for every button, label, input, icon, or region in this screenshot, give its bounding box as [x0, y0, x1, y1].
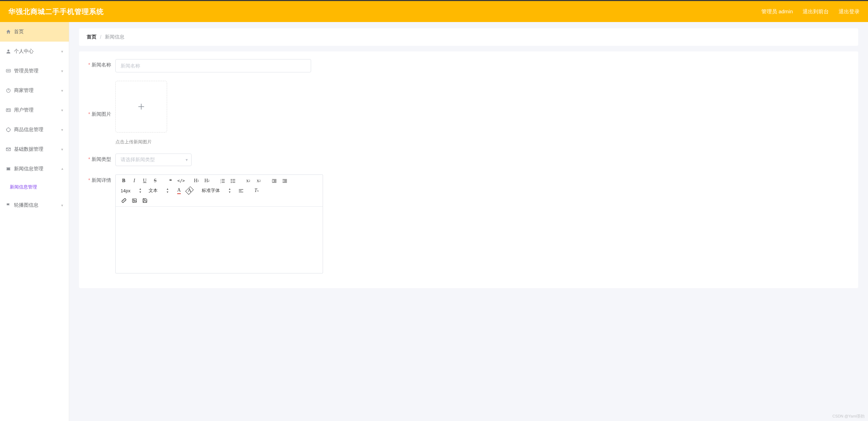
font-color-button[interactable]: A	[174, 186, 184, 195]
chat-icon	[6, 68, 11, 74]
sidebar-item-carousel[interactable]: 轮播图信息 ▾	[0, 195, 69, 215]
label-news-image: *新闻图片	[85, 108, 115, 117]
sidebar-item-profile[interactable]: 个人中心 ▾	[0, 42, 69, 61]
svg-text:3: 3	[220, 181, 221, 183]
chevron-down-icon: ▾	[61, 147, 63, 152]
heading1-button[interactable]: H1	[191, 176, 202, 185]
to-frontend-link[interactable]: 退出到前台	[803, 8, 829, 15]
sidebar-item-merchant-mgmt[interactable]: 商家管理 ▾	[0, 81, 69, 100]
superscript-button[interactable]: x2	[253, 176, 264, 185]
editor-content-area[interactable]	[116, 207, 323, 273]
align-button[interactable]	[236, 186, 246, 195]
target-icon	[6, 127, 11, 133]
sidebar-subitem-news-mgmt[interactable]: 新闻信息管理	[0, 179, 69, 195]
breadcrumb-current: 新闻信息	[105, 34, 124, 40]
subscript-button[interactable]: x2	[243, 176, 253, 185]
outdent-button[interactable]	[269, 176, 279, 185]
upload-image-box[interactable]	[115, 81, 167, 133]
breadcrumb-root[interactable]: 首页	[87, 34, 96, 40]
dropdown-icon: ▲▼	[166, 187, 169, 194]
label-news-detail: *新闻详情	[85, 174, 115, 184]
chevron-down-icon: ▾	[61, 128, 63, 132]
mail-icon	[6, 147, 11, 152]
sidebar-item-product-mgmt[interactable]: 商品信息管理 ▾	[0, 120, 69, 140]
font-size-select[interactable]: 14px▲▼	[119, 186, 144, 195]
ticket-icon	[6, 166, 11, 172]
form-row-news-name: *新闻名称	[85, 55, 853, 77]
news-type-select[interactable]: 请选择新闻类型 ▾	[115, 154, 192, 166]
code-block-button[interactable]: </>	[176, 176, 186, 185]
admin-label[interactable]: 管理员 admin	[761, 8, 793, 15]
breadcrumb-separator: /	[100, 34, 101, 40]
heading2-button[interactable]: H2	[202, 176, 212, 185]
italic-button[interactable]: I	[129, 176, 139, 185]
sidebar-item-label: 商品信息管理	[14, 127, 43, 133]
label-news-type: *新闻类型	[85, 154, 115, 163]
sidebar: 首页 个人中心 ▾ 管理员管理 ▾ 商家管理 ▾	[0, 22, 69, 421]
plus-icon	[136, 102, 146, 112]
breadcrumb: 首页 / 新闻信息	[79, 28, 858, 46]
svg-rect-36	[282, 179, 287, 179]
svg-point-8	[7, 109, 8, 110]
svg-rect-28	[232, 180, 235, 181]
logout-link[interactable]: 退出登录	[839, 8, 860, 15]
form-row-news-detail: *新闻详情 B I U S ❝ </> H1 H2	[85, 170, 853, 278]
image-button[interactable]	[129, 196, 139, 205]
svg-rect-39	[284, 181, 287, 181]
svg-point-11	[7, 128, 10, 132]
required-mark: *	[88, 62, 90, 67]
news-name-input[interactable]	[115, 59, 311, 72]
font-family-select[interactable]: 标准字体▲▼	[200, 186, 233, 195]
chevron-up-icon: ▾	[61, 167, 63, 171]
svg-point-2	[7, 71, 8, 71]
underline-button[interactable]: U	[139, 176, 150, 185]
select-placeholder: 请选择新闻类型	[121, 157, 155, 163]
bold-button[interactable]: B	[119, 176, 129, 185]
chevron-down-icon: ▾	[61, 203, 63, 208]
form-card: *新闻名称 *新闻图片 点击上传新闻图片 *新闻类型	[79, 51, 858, 288]
svg-point-27	[231, 180, 232, 181]
editor-toolbar: B I U S ❝ </> H1 H2 123 x2	[116, 175, 323, 207]
home-icon	[6, 29, 11, 35]
svg-point-45	[133, 200, 134, 201]
svg-point-0	[7, 50, 9, 51]
blockquote-button[interactable]: ❝	[165, 176, 176, 185]
app-title: 华强北商城二手手机管理系统	[8, 7, 104, 16]
clear-format-button[interactable]: Tx	[251, 186, 262, 195]
block-format-select[interactable]: 文本▲▼	[146, 186, 171, 195]
svg-rect-44	[132, 199, 136, 202]
highlight-button[interactable]: A	[184, 186, 195, 195]
form-row-news-type: *新闻类型 请选择新闻类型 ▾	[85, 149, 853, 170]
sidebar-item-label: 轮播图信息	[14, 202, 38, 208]
ordered-list-button[interactable]: 123	[217, 176, 228, 185]
sidebar-item-news-mgmt[interactable]: 新闻信息管理 ▾	[0, 159, 69, 179]
sidebar-item-user-mgmt[interactable]: 用户管理 ▾	[0, 100, 69, 120]
sidebar-item-label: 管理员管理	[14, 68, 38, 74]
sidebar-item-label: 商家管理	[14, 87, 34, 94]
svg-marker-37	[282, 180, 284, 181]
svg-rect-34	[273, 181, 276, 181]
svg-rect-30	[232, 182, 235, 183]
svg-rect-20	[222, 179, 225, 179]
indent-button[interactable]	[279, 176, 290, 185]
app-header: 华强北商城二手手机管理系统 管理员 admin 退出到前台 退出登录	[0, 1, 868, 22]
svg-point-4	[9, 71, 9, 71]
sidebar-item-home[interactable]: 首页	[0, 22, 69, 42]
sidebar-item-admin-mgmt[interactable]: 管理员管理 ▾	[0, 61, 69, 81]
sidebar-item-label: 新闻信息管理	[14, 166, 43, 172]
sidebar-item-basedata-mgmt[interactable]: 基础数据管理 ▾	[0, 140, 69, 159]
svg-point-25	[231, 179, 232, 180]
form-row-news-image: *新闻图片 点击上传新闻图片	[85, 77, 853, 149]
unordered-list-button[interactable]	[228, 176, 238, 185]
svg-rect-24	[222, 182, 225, 183]
required-mark: *	[88, 177, 90, 183]
svg-point-29	[231, 182, 232, 183]
link-button[interactable]	[119, 196, 129, 205]
strike-button[interactable]: S	[150, 176, 160, 185]
label-news-name: *新闻名称	[85, 59, 115, 68]
chevron-down-icon: ▾	[186, 157, 188, 162]
svg-rect-35	[272, 182, 277, 183]
save-button[interactable]	[139, 196, 150, 205]
main-content: 首页 / 新闻信息 *新闻名称 *新闻图片 点击上传新闻图片	[69, 22, 868, 421]
svg-rect-33	[273, 180, 276, 180]
